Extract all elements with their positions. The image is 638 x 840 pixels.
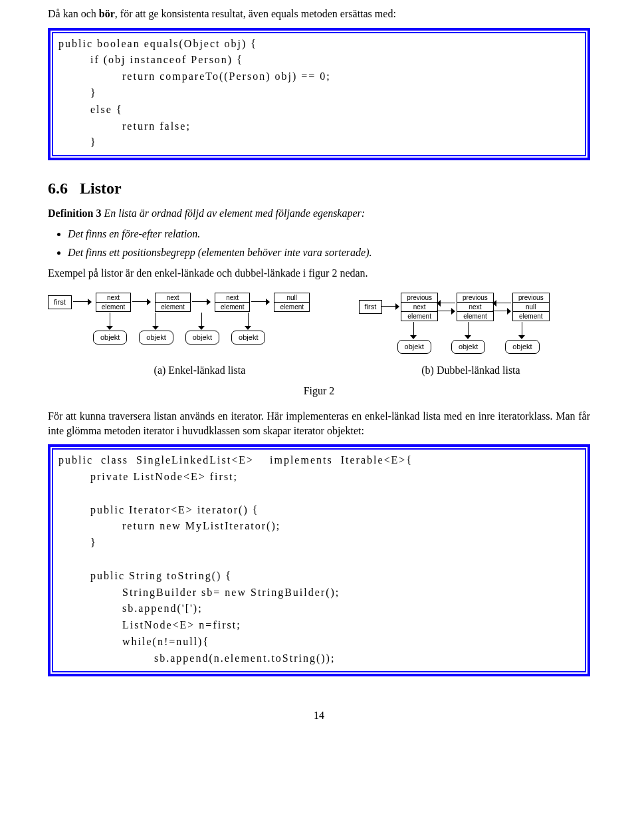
arrow-down-icon bbox=[199, 313, 205, 330]
objekt-label: objekt bbox=[193, 333, 212, 341]
intro-suffix: , för att ge konsistenta resultat, även … bbox=[115, 8, 396, 19]
section-heading: 6.6 Listor bbox=[48, 178, 590, 199]
caption-b: (b) Dubbel-länkad lista bbox=[352, 363, 590, 378]
list-node: next element bbox=[155, 293, 191, 312]
arrow-right-icon bbox=[437, 308, 455, 315]
dlist-node: previous next element bbox=[457, 293, 494, 321]
caption-a: (a) Enkel-länkad lista bbox=[48, 363, 352, 378]
arrow-right-icon bbox=[492, 308, 511, 315]
node-next: next bbox=[215, 293, 250, 303]
definition-label: Definition 3 bbox=[48, 208, 101, 219]
code-equals: public boolean equals(Object obj) { if (… bbox=[58, 36, 580, 152]
definition-text: En lista är ordnad följd av element med … bbox=[104, 208, 365, 219]
first-box: first bbox=[48, 295, 72, 309]
arrow-down-icon bbox=[153, 313, 160, 330]
code-block-equals: public boolean equals(Object obj) { if (… bbox=[48, 28, 590, 161]
objekt-box: objekt bbox=[93, 331, 127, 345]
code-singlelinkedlist: public class SingleLinkedList<E> impleme… bbox=[58, 452, 580, 666]
arrow-down-icon bbox=[519, 322, 526, 339]
objekt-box: objekt bbox=[231, 331, 265, 345]
arrow-right-icon bbox=[73, 299, 92, 305]
node-next: next bbox=[457, 303, 493, 312]
figure-label: Figur 2 bbox=[48, 384, 590, 398]
code-block-singlelinkedlist: public class SingleLinkedList<E> impleme… bbox=[48, 444, 590, 676]
node-element: element bbox=[274, 303, 309, 311]
figure-2: first next element next element next ele… bbox=[48, 293, 590, 354]
node-next: next bbox=[96, 293, 131, 303]
dlist-node: previous next element bbox=[401, 293, 438, 321]
intro-prefix: Då kan och bbox=[48, 8, 99, 19]
arrow-right-icon bbox=[192, 299, 211, 305]
intro-bold: bör bbox=[99, 8, 115, 19]
node-element: element bbox=[457, 312, 493, 321]
objekt-box: objekt bbox=[139, 331, 173, 345]
node-next: next bbox=[156, 293, 190, 303]
after-bullets-paragraph: Exempel på listor är den enkel-länkade o… bbox=[48, 266, 590, 281]
node-previous: previous bbox=[513, 293, 549, 303]
node-null: null bbox=[513, 303, 549, 312]
section-number: 6.6 bbox=[48, 180, 68, 197]
arrow-right-icon bbox=[132, 299, 151, 305]
arrow-right-icon bbox=[381, 303, 399, 310]
figure-b: first previous next element previous nex… bbox=[359, 293, 590, 354]
arrow-down-icon bbox=[411, 322, 417, 339]
objekt-label: objekt bbox=[146, 333, 165, 341]
figure-a: first next element next element next ele… bbox=[48, 293, 343, 345]
node-element: element bbox=[513, 312, 549, 321]
objekt-label: objekt bbox=[405, 343, 424, 350]
arrow-left-icon bbox=[437, 300, 455, 307]
node-element: element bbox=[215, 303, 250, 311]
node-element: element bbox=[96, 303, 131, 311]
bullet-item: Det finns en före-efter relation. bbox=[68, 227, 590, 241]
objekt-label: objekt bbox=[512, 343, 532, 350]
arrow-down-icon bbox=[245, 313, 252, 330]
iterator-paragraph: För att kunna traversera listan används … bbox=[48, 409, 590, 438]
list-node: next element bbox=[215, 293, 251, 312]
arrow-down-icon bbox=[107, 313, 114, 330]
node-next: next bbox=[401, 303, 437, 312]
node-element: element bbox=[156, 303, 190, 311]
objekt-label: objekt bbox=[459, 343, 478, 350]
objekt-box: objekt bbox=[505, 340, 539, 354]
list-node: null element bbox=[274, 293, 310, 312]
arrow-left-icon bbox=[492, 300, 511, 307]
objekt-label: objekt bbox=[100, 333, 120, 341]
objekt-box: objekt bbox=[451, 340, 485, 354]
figure-captions: (a) Enkel-länkad lista (b) Dubbel-länkad… bbox=[48, 363, 590, 378]
arrow-down-icon bbox=[465, 322, 472, 339]
bullet-item: Det finns ett positionsbegrepp (elemente… bbox=[68, 245, 590, 260]
section-title: Listor bbox=[80, 180, 122, 197]
page-number: 14 bbox=[48, 708, 590, 723]
node-null: null bbox=[274, 293, 309, 303]
definition-line: Definition 3 En lista är ordnad följd av… bbox=[48, 206, 590, 221]
bullet-list: Det finns en före-efter relation. Det fi… bbox=[48, 227, 590, 259]
objekt-box: objekt bbox=[185, 331, 219, 345]
list-node: next element bbox=[96, 293, 132, 312]
node-previous: previous bbox=[401, 293, 437, 303]
objekt-label: objekt bbox=[239, 333, 258, 341]
node-element: element bbox=[401, 312, 437, 321]
dlist-node: previous null element bbox=[512, 293, 550, 321]
arrow-right-icon bbox=[251, 299, 270, 305]
intro-paragraph: Då kan och bör, för att ge konsistenta r… bbox=[48, 7, 590, 21]
objekt-box: objekt bbox=[397, 340, 431, 354]
node-previous: previous bbox=[457, 293, 493, 303]
first-box: first bbox=[359, 300, 383, 314]
